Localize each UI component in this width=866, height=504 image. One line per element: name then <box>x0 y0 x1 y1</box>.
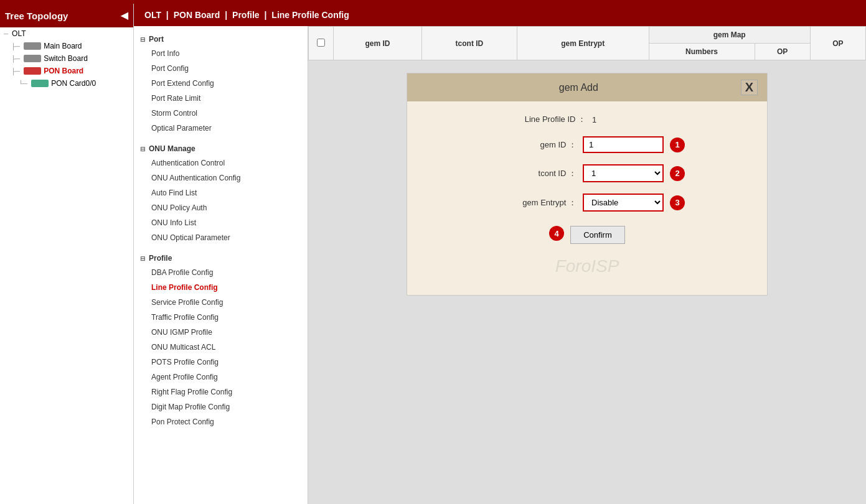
form-row-tcont-id: tcont ID ： 1 2 3 2 <box>426 164 748 182</box>
nav-item-auto-find-list[interactable]: Auto Find List <box>134 185 308 200</box>
tree-node-switch-board[interactable]: ├─ Switch Board <box>0 52 133 65</box>
confirm-row: 4 Confirm <box>426 223 748 244</box>
tree-node-main-board[interactable]: ├─ Main Board <box>0 40 133 52</box>
nav-item-digit-map-profile[interactable]: Digit Map Profile Config <box>134 399 308 414</box>
sidebar-collapse-icon[interactable]: ◀ <box>121 10 128 21</box>
nav-item-dba-profile[interactable]: DBA Profile Config <box>134 265 308 280</box>
node-label: OLT <box>12 29 26 38</box>
col-gem-map: gem Map <box>649 27 810 44</box>
port-section-header[interactable]: ⊟ Port <box>134 32 308 46</box>
sidebar: Tree Topology ◀ ─ OLT ├─ Main Board ├─ S… <box>0 4 134 504</box>
col-op: OP <box>810 27 865 60</box>
profile-label: Profile <box>149 254 172 263</box>
pon-board-icon <box>24 67 41 75</box>
tcont-id-label: tcont ID ： <box>489 168 577 179</box>
content-area: OLT | PON Board | Profile | Line Profile… <box>134 4 866 504</box>
connector: ├─ <box>11 55 20 62</box>
nav-item-onu-optical-param[interactable]: ONU Optical Parameter <box>134 230 308 245</box>
sidebar-header[interactable]: Tree Topology ◀ <box>0 4 133 27</box>
nav-section-port: ⊟ Port Port Info Port Config Port Extend… <box>134 32 308 136</box>
nav-item-port-info[interactable]: Port Info <box>134 46 308 61</box>
line-profile-id-label: Line Profile ID ： <box>499 114 586 125</box>
line-profile-id-value: 1 <box>592 115 654 124</box>
profile-section-header[interactable]: ⊟ Profile <box>134 251 308 265</box>
col-op-sub: OP <box>755 44 810 60</box>
breadcrumb-line-profile-config[interactable]: Line Profile Config <box>271 10 349 20</box>
select-all-checkbox[interactable] <box>317 39 325 47</box>
step-3-badge: 3 <box>670 195 685 210</box>
nav-item-onu-policy-auth[interactable]: ONU Policy Auth <box>134 200 308 215</box>
data-table: gem ID tcont ID gem Entrypt gem Map OP N… <box>308 26 866 60</box>
watermark: ForoISP <box>426 256 748 276</box>
sidebar-title: Tree Topology <box>5 11 68 21</box>
onu-manage-section-header[interactable]: ⊟ ONU Manage <box>134 142 308 156</box>
gem-id-label: gem ID ： <box>489 139 577 151</box>
breadcrumb-profile[interactable]: Profile <box>232 10 260 20</box>
col-tcont-id: tcont ID <box>421 27 517 60</box>
col-numbers: Numbers <box>649 44 755 60</box>
step-4-badge: 4 <box>549 226 564 241</box>
nav-item-auth-control[interactable]: Authentication Control <box>134 156 308 170</box>
connector: └─ <box>19 80 27 87</box>
form-row-gem-id: gem ID ： 1 <box>426 136 748 153</box>
main-board-icon <box>24 42 41 50</box>
nav-item-optical-parameter[interactable]: Optical Parameter <box>134 121 308 136</box>
nav-item-pots-profile[interactable]: POTS Profile Config <box>134 355 308 370</box>
connector: ├─ <box>11 43 20 50</box>
connector: ─ <box>4 30 8 37</box>
gem-entrypt-select[interactable]: Disable Enable <box>583 194 664 212</box>
col-gem-id: gem ID <box>334 27 422 60</box>
form-row-gem-entrypt: gem Entrypt ： Disable Enable 3 <box>426 194 748 212</box>
node-label: PON Card0/0 <box>51 79 96 88</box>
expand-icon: ⊟ <box>140 255 145 262</box>
step-1-badge: 1 <box>670 138 685 152</box>
nav-item-right-flag-profile[interactable]: Right Flag Profile Config <box>134 385 308 399</box>
confirm-button[interactable]: Confirm <box>570 226 625 244</box>
nav-item-onu-info-list[interactable]: ONU Info List <box>134 215 308 230</box>
tcont-id-select[interactable]: 1 2 3 <box>583 164 664 182</box>
modal-title: gem Add <box>417 82 741 93</box>
nav-item-service-profile[interactable]: Service Profile Config <box>134 295 308 310</box>
nav-item-onu-multicast-acl[interactable]: ONU Multicast ACL <box>134 340 308 355</box>
gem-entrypt-label: gem Entrypt ： <box>489 197 577 208</box>
main-panel: gem ID tcont ID gem Entrypt gem Map OP N… <box>308 26 866 504</box>
nav-scroll: ⊟ Port Port Info Port Config Port Extend… <box>134 32 308 436</box>
nav-panel: ⊟ Port Port Info Port Config Port Extend… <box>134 26 308 504</box>
tree-node-olt[interactable]: ─ OLT <box>0 27 133 40</box>
nav-section-profile: ⊟ Profile DBA Profile Config Line Profil… <box>134 251 308 429</box>
nav-item-onu-igmp-profile[interactable]: ONU IGMP Profile <box>134 325 308 340</box>
node-label: Main Board <box>44 42 82 50</box>
modal-title-bar: gem Add X <box>407 73 767 101</box>
col-gem-entrypt: gem Entrypt <box>517 27 649 60</box>
nav-item-port-rate-limit[interactable]: Port Rate Limit <box>134 91 308 106</box>
modal-overlay: gem Add X Line Profile ID ： 1 <box>308 60 866 504</box>
nav-item-onu-auth-config[interactable]: ONU Authentication Config <box>134 170 308 185</box>
expand-icon: ⊟ <box>140 36 145 43</box>
nav-item-pon-protect-config[interactable]: Pon Protect Config <box>134 414 308 429</box>
breadcrumb: OLT | PON Board | Profile | Line Profile… <box>134 4 866 26</box>
nav-item-port-config[interactable]: Port Config <box>134 61 308 76</box>
nav-item-storm-control[interactable]: Storm Control <box>134 106 308 121</box>
gem-id-input[interactable] <box>583 136 664 153</box>
nav-item-port-extend-config[interactable]: Port Extend Config <box>134 76 308 91</box>
node-label: PON Board <box>44 67 83 75</box>
node-label: Switch Board <box>44 54 88 63</box>
port-section-label: Port <box>149 35 164 44</box>
connector: ├─ <box>11 68 20 75</box>
nav-item-line-profile[interactable]: Line Profile Config <box>134 280 308 295</box>
tree-node-pon-card[interactable]: └─ PON Card0/0 <box>0 77 133 90</box>
nav-item-agent-profile[interactable]: Agent Profile Config <box>134 370 308 385</box>
nav-section-onu-manage: ⊟ ONU Manage Authentication Control ONU … <box>134 142 308 245</box>
form-row-line-profile-id: Line Profile ID ： 1 <box>426 114 748 125</box>
switch-board-icon <box>24 55 41 62</box>
pon-card-icon <box>31 80 49 87</box>
nav-item-traffic-profile[interactable]: Traffic Profile Config <box>134 310 308 325</box>
breadcrumb-pon-board[interactable]: PON Board <box>174 10 220 20</box>
tree-node-pon-board[interactable]: ├─ PON Board <box>0 65 133 77</box>
modal-body: Line Profile ID ： 1 gem ID ： 1 <box>407 101 767 295</box>
breadcrumb-sep1: | <box>166 10 171 20</box>
breadcrumb-sep3: | <box>265 10 270 20</box>
breadcrumb-olt[interactable]: OLT <box>144 10 161 20</box>
expand-icon: ⊟ <box>140 146 145 152</box>
modal-close-button[interactable]: X <box>741 80 758 95</box>
